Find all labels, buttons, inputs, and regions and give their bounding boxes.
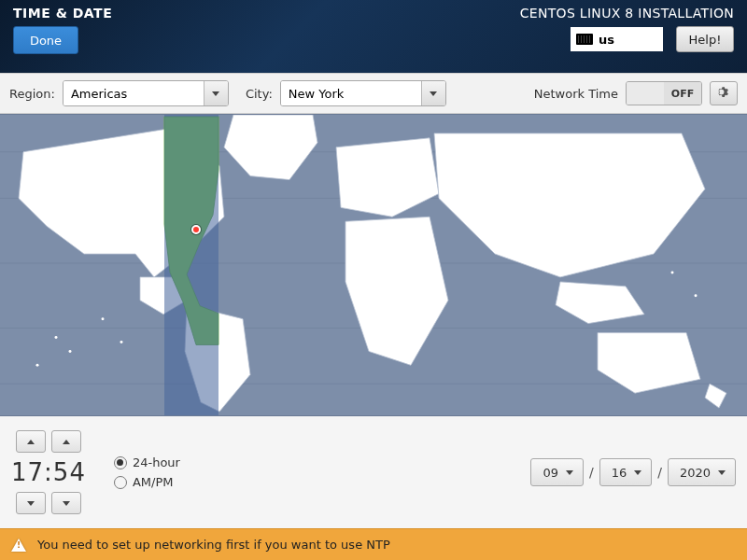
timezone-map[interactable] bbox=[0, 114, 747, 416]
keyboard-layout-label: us bbox=[599, 33, 614, 47]
hour-up-button[interactable] bbox=[16, 430, 46, 453]
chevron-up-icon bbox=[63, 440, 70, 444]
hour-down-button[interactable] bbox=[16, 492, 46, 514]
installer-title: CENTOS LINUX 8 INSTALLATION bbox=[520, 6, 734, 21]
time-date-controls: 17:54 24-hour AM/PM 09 / 16 / 2020 bbox=[0, 416, 747, 528]
keyboard-icon bbox=[576, 34, 593, 45]
region-input[interactable] bbox=[63, 81, 204, 105]
network-time-label: Network Time bbox=[534, 87, 618, 101]
chevron-down-icon bbox=[430, 91, 437, 96]
help-button[interactable]: Help! bbox=[676, 26, 734, 52]
radio-24-hour[interactable]: 24-hour bbox=[114, 455, 180, 469]
chevron-down-icon bbox=[27, 501, 35, 506]
chevron-up-icon bbox=[27, 440, 35, 444]
warning-icon bbox=[11, 539, 26, 552]
time-format-radiogroup: 24-hour AM/PM bbox=[114, 455, 180, 489]
warning-bar: You need to set up networking first if y… bbox=[0, 528, 747, 560]
minute-down-button[interactable] bbox=[51, 492, 81, 514]
header-left: TIME & DATE Done bbox=[13, 6, 112, 54]
region-dropdown-button[interactable] bbox=[204, 81, 228, 105]
radio-24-hour-label: 24-hour bbox=[133, 455, 180, 469]
gear-icon bbox=[716, 86, 731, 101]
done-button[interactable]: Done bbox=[13, 26, 78, 54]
page-title: TIME & DATE bbox=[13, 6, 112, 21]
minute-up-button[interactable] bbox=[51, 430, 81, 453]
city-label: City: bbox=[246, 87, 273, 101]
header-right-row: us Help! bbox=[571, 26, 734, 52]
radio-icon bbox=[114, 476, 127, 489]
region-city-bar: Region: City: Network Time OFF bbox=[0, 73, 747, 114]
header-right: CENTOS LINUX 8 INSTALLATION us Help! bbox=[520, 6, 734, 52]
city-combo[interactable] bbox=[280, 80, 446, 106]
day-dropdown[interactable]: 16 bbox=[599, 458, 653, 486]
date-separator: / bbox=[657, 465, 662, 480]
svg-point-8 bbox=[102, 317, 105, 320]
keyboard-layout-indicator[interactable]: us bbox=[571, 27, 663, 51]
toggle-state-label: OFF bbox=[664, 82, 701, 105]
chevron-down-icon bbox=[63, 501, 70, 506]
day-value: 16 bbox=[612, 466, 627, 480]
chevron-down-icon bbox=[634, 470, 641, 475]
svg-point-7 bbox=[36, 364, 39, 367]
year-dropdown[interactable]: 2020 bbox=[668, 458, 736, 486]
svg-point-10 bbox=[671, 271, 674, 273]
network-time-settings-button[interactable] bbox=[710, 81, 738, 105]
world-map-svg bbox=[0, 115, 747, 415]
time-display: 17:54 bbox=[11, 456, 86, 488]
svg-point-9 bbox=[120, 341, 123, 343]
region-label: Region: bbox=[9, 87, 55, 101]
chevron-down-icon bbox=[718, 470, 726, 475]
region-combo[interactable] bbox=[63, 80, 229, 106]
month-value: 09 bbox=[543, 466, 558, 480]
city-input[interactable] bbox=[281, 81, 421, 105]
radio-am-pm-label: AM/PM bbox=[133, 475, 174, 489]
radio-icon bbox=[114, 456, 127, 469]
svg-point-6 bbox=[69, 350, 72, 353]
chevron-down-icon bbox=[566, 470, 573, 475]
year-value: 2020 bbox=[680, 466, 711, 480]
month-dropdown[interactable]: 09 bbox=[530, 458, 584, 486]
radio-am-pm[interactable]: AM/PM bbox=[114, 475, 180, 489]
date-picker: 09 / 16 / 2020 bbox=[530, 458, 736, 486]
timezone-highlight-band bbox=[164, 115, 218, 415]
network-time-toggle[interactable]: OFF bbox=[626, 81, 702, 105]
installer-header: TIME & DATE Done CENTOS LINUX 8 INSTALLA… bbox=[0, 0, 747, 73]
warning-message: You need to set up networking first if y… bbox=[37, 538, 390, 552]
svg-point-11 bbox=[695, 294, 698, 297]
svg-point-5 bbox=[55, 336, 58, 339]
date-separator: / bbox=[589, 465, 594, 480]
toggle-handle bbox=[627, 82, 664, 105]
time-spinner: 17:54 bbox=[11, 430, 86, 514]
chevron-down-icon bbox=[212, 91, 219, 96]
city-dropdown-button[interactable] bbox=[421, 81, 445, 105]
selected-city-marker bbox=[191, 225, 201, 234]
